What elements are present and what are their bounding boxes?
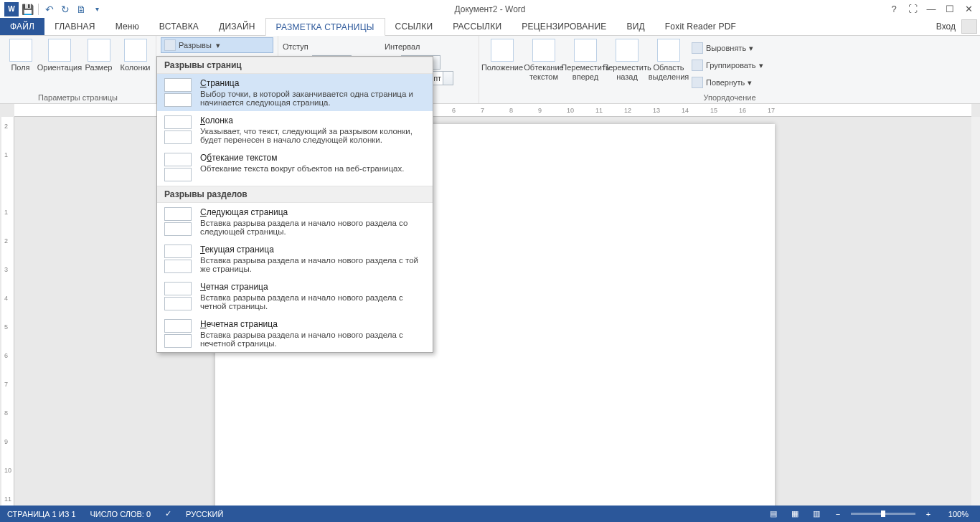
qat-customize-icon[interactable]: ▾ [90, 2, 104, 16]
zoom-slider[interactable] [851, 513, 915, 515]
breaks-option[interactable]: Нечетная страницаВставка разрыва раздела… [157, 315, 433, 352]
zoom-out-icon[interactable]: − [829, 508, 847, 521]
rotate-label: Повернуть [706, 78, 745, 87]
breaks-icon [164, 39, 176, 51]
ruler-mark: 8 [509, 107, 513, 114]
tab-view[interactable]: ВИД [616, 18, 654, 35]
tab-insert[interactable]: ВСТАВКА [149, 18, 209, 35]
title-bar: W 💾 ↶ ↻ 🗎 ▾ Документ2 - Word ? ⛶ — ☐ ✕ [0, 0, 980, 18]
maximize-icon[interactable]: ☐ [941, 2, 958, 16]
breaks-option[interactable]: Четная страницаВставка разрыва раздела и… [157, 277, 433, 315]
ruler-mark: 17 [768, 107, 775, 114]
vertical-scrollbar[interactable] [971, 117, 980, 506]
help-icon[interactable]: ? [885, 2, 903, 16]
option-title: Следующая страница [200, 207, 425, 217]
breaks-button[interactable]: Разрывы▾ [161, 37, 273, 53]
option-title: Колонка [200, 115, 425, 125]
option-title: Обтекание текстом [200, 153, 404, 163]
breaks-option[interactable]: КолонкаУказывает, что текст, следующий з… [157, 111, 433, 148]
tab-home[interactable]: ГЛАВНАЯ [44, 18, 105, 35]
dropdown-header-page-breaks: Разрывы страниц [157, 57, 433, 74]
breaks-option[interactable]: Текущая страницаВставка разрыва раздела … [157, 240, 433, 277]
ruler-mark: 7 [481, 107, 484, 114]
columns-button[interactable]: Колонки [119, 39, 151, 72]
size-label: Размер [85, 63, 113, 72]
tab-review[interactable]: РЕЦЕНЗИРОВАНИЕ [512, 18, 616, 35]
separator [38, 4, 39, 15]
selection-label: Область выделения [649, 63, 689, 81]
zoom-level[interactable]: 100% [941, 510, 976, 518]
margins-button[interactable]: Поля [4, 39, 37, 72]
bring-forward-button[interactable]: Переместить вперед [567, 39, 604, 81]
redo-icon[interactable]: ↻ [58, 2, 72, 16]
ruler-mark: 9 [538, 107, 542, 114]
new-doc-icon[interactable]: 🗎 [74, 2, 88, 16]
group-arrange-label: Упорядочение [484, 92, 976, 102]
ribbon-tabs: ФАЙЛ ГЛАВНАЯ Меню ВСТАВКА ДИЗАЙН РАЗМЕТК… [0, 18, 980, 36]
align-icon [692, 42, 703, 54]
ruler-mark: 4 [4, 295, 8, 302]
save-icon[interactable]: 💾 [20, 2, 34, 16]
backward-icon [616, 39, 639, 62]
margins-icon [9, 39, 32, 62]
view-read-icon[interactable]: ▤ [765, 508, 782, 521]
orientation-button[interactable]: Ориентация [41, 39, 78, 72]
ruler-mark: 2 [4, 237, 8, 245]
forward-icon [574, 39, 597, 62]
tab-page-layout[interactable]: РАЗМЕТКА СТРАНИЦЫ [265, 18, 385, 36]
breaks-option[interactable]: СтраницаВыбор точки, в которой заканчива… [157, 74, 433, 111]
margins-label: Поля [11, 63, 29, 72]
close-icon[interactable]: ✕ [960, 2, 977, 16]
undo-icon[interactable]: ↶ [42, 2, 57, 16]
tab-mailings[interactable]: РАССЫЛКИ [443, 18, 512, 35]
status-language[interactable]: РУССКИЙ [179, 510, 230, 518]
status-page[interactable]: СТРАНИЦА 1 ИЗ 1 [0, 510, 83, 518]
minimize-icon[interactable]: — [923, 2, 940, 16]
ribbon-display-icon[interactable]: ⛶ [904, 2, 921, 16]
view-web-icon[interactable]: ▥ [808, 508, 825, 521]
ruler-mark: 8 [4, 409, 8, 417]
dropdown-header-section-breaks: Разрывы разделов [157, 186, 433, 203]
ribbon: Поля Ориентация Размер Колонки Параметры… [0, 36, 980, 104]
position-button[interactable]: Положение [484, 39, 521, 72]
wrap-text-button[interactable]: Обтекание текстом [525, 39, 562, 81]
option-desc: Вставка разрыва раздела и начало нового … [200, 219, 425, 236]
breaks-option[interactable]: Следующая страницаВставка разрыва раздел… [157, 203, 433, 240]
view-print-icon[interactable]: ▦ [786, 508, 804, 521]
group-page-setup-label: Параметры страницы [4, 92, 151, 102]
ruler-mark: 10 [567, 107, 574, 114]
option-thumb-icon [164, 78, 192, 107]
status-proofing-icon[interactable]: ✓ [158, 509, 179, 518]
zoom-in-icon[interactable]: + [920, 508, 937, 521]
group-arrange: Положение Обтекание текстом Переместить … [479, 36, 980, 103]
indent-label: Отступ [283, 39, 356, 54]
tab-design[interactable]: ДИЗАЙН [209, 18, 265, 35]
option-thumb-icon [164, 319, 192, 348]
user-avatar-icon[interactable] [961, 19, 977, 34]
tab-foxit[interactable]: Foxit Reader PDF [655, 18, 746, 35]
orientation-icon [48, 39, 71, 62]
size-button[interactable]: Размер [83, 39, 115, 72]
option-desc: Вставка разрыва раздела и начало нового … [200, 331, 425, 348]
sign-in-link[interactable]: Вход [936, 18, 956, 35]
document-workspace: 67891011121314151617 211234567891011 [0, 104, 980, 506]
group-button[interactable]: Группировать▾ [692, 57, 763, 73]
tab-menu[interactable]: Меню [105, 18, 149, 35]
tab-file[interactable]: ФАЙЛ [0, 18, 44, 35]
selection-pane-button[interactable]: Область выделения [650, 39, 687, 81]
spacing-label: Интервал [385, 39, 453, 54]
breaks-option[interactable]: Обтекание текстомОбтекание текста вокруг… [157, 148, 433, 186]
option-title: Нечетная страница [200, 319, 425, 329]
word-icon[interactable]: W [4, 2, 19, 16]
vertical-ruler[interactable]: 211234567891011 [1, 117, 14, 506]
align-button[interactable]: Выровнять▾ [692, 40, 763, 56]
rotate-button[interactable]: Повернуть▾ [692, 75, 763, 90]
ruler-mark: 7 [4, 381, 8, 388]
status-words[interactable]: ЧИСЛО СЛОВ: 0 [83, 510, 159, 518]
option-desc: Вставка разрыва раздела и начало нового … [200, 293, 425, 310]
ruler-mark: 16 [739, 107, 746, 114]
tab-references[interactable]: ССЫЛКИ [385, 18, 443, 35]
ruler-mark: 15 [710, 107, 717, 114]
send-backward-button[interactable]: Переместить назад [608, 39, 646, 81]
wrap-icon [532, 39, 555, 62]
